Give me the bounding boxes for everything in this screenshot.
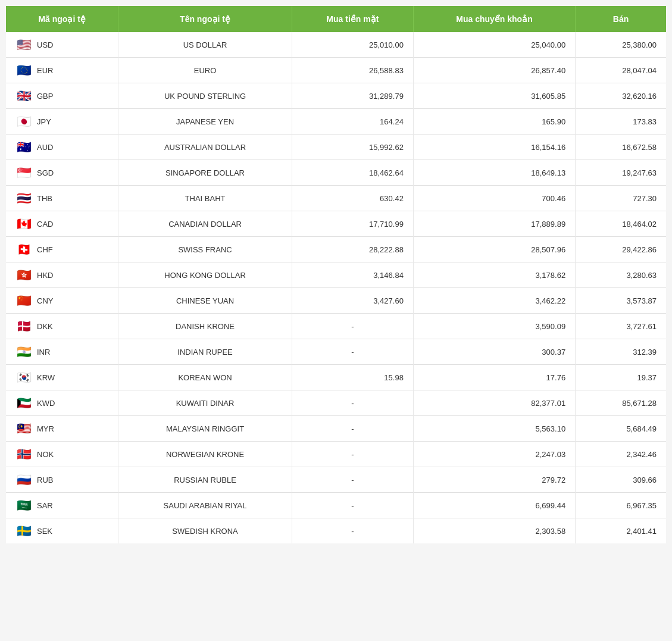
transfer-buy-cell: 3,590.09 xyxy=(413,314,575,339)
col-header-transfer-buy: Mua chuyển khoản xyxy=(413,6,575,32)
currency-code: CAD xyxy=(37,220,53,229)
currency-code: HKD xyxy=(37,271,53,280)
cash-buy-cell: 28,222.88 xyxy=(292,237,413,262)
cash-buy-cell: 15,992.62 xyxy=(292,135,413,160)
transfer-buy-cell: 2,303.58 xyxy=(413,518,575,544)
currency-code-cell: 🇨🇭 CHF xyxy=(6,237,118,262)
cash-buy-cell: 18,462.64 xyxy=(292,160,413,186)
cash-buy-cell: 17,710.99 xyxy=(292,211,413,237)
currency-name-cell: INDIAN RUPEE xyxy=(118,339,292,365)
currency-code-cell: 🇨🇦 CAD xyxy=(6,211,118,237)
currency-code: KWD xyxy=(37,399,55,408)
sell-cell: 309.66 xyxy=(576,467,666,493)
flag-icon: 🇯🇵 xyxy=(15,116,32,127)
currency-name-cell: JAPANESE YEN xyxy=(118,109,292,135)
transfer-buy-cell: 5,563.10 xyxy=(413,416,575,442)
table-row: 🇭🇰 HKD HONG KONG DOLLAR3,146.843,178.623… xyxy=(6,262,666,288)
flag-icon: 🇭🇰 xyxy=(15,270,32,280)
currency-code: CNY xyxy=(37,296,53,305)
transfer-buy-cell: 82,377.01 xyxy=(413,390,575,416)
cash-buy-cell: - xyxy=(292,314,413,339)
currency-code: DKK xyxy=(37,322,53,331)
flag-icon: 🇸🇪 xyxy=(15,526,32,536)
currency-code-cell: 🇰🇼 KWD xyxy=(6,390,118,416)
currency-code-cell: 🇯🇵 JPY xyxy=(6,109,118,135)
cash-buy-cell: 3,146.84 xyxy=(292,262,413,288)
currency-name-cell: RUSSIAN RUBLE xyxy=(118,467,292,493)
sell-cell: 32,620.16 xyxy=(576,83,666,109)
table-row: 🇸🇬 SGD SINGAPORE DOLLAR18,462.6418,649.1… xyxy=(6,160,666,186)
flag-icon: 🇷🇺 xyxy=(15,474,32,485)
currency-code: AUD xyxy=(37,143,53,152)
col-header-cash-buy: Mua tiền mặt xyxy=(292,6,413,32)
currency-name-cell: SINGAPORE DOLLAR xyxy=(118,160,292,186)
sell-cell: 28,047.04 xyxy=(576,58,666,83)
currency-code-cell: 🇸🇬 SGD xyxy=(6,160,118,186)
currency-code: NOK xyxy=(37,450,54,459)
currency-code-cell: 🇳🇴 NOK xyxy=(6,442,118,467)
table-row: 🇮🇳 INR INDIAN RUPEE-300.37312.39 xyxy=(6,339,666,365)
currency-code-cell: 🇭🇰 HKD xyxy=(6,262,118,288)
cash-buy-cell: - xyxy=(292,416,413,442)
sell-cell: 2,401.41 xyxy=(576,518,666,544)
sell-cell: 3,280.63 xyxy=(576,262,666,288)
flag-icon: 🇸🇬 xyxy=(15,167,32,178)
currency-code-cell: 🇦🇺 AUD xyxy=(6,135,118,160)
transfer-buy-cell: 165.90 xyxy=(413,109,575,135)
currency-code: JPY xyxy=(37,117,51,126)
cash-buy-cell: - xyxy=(292,442,413,467)
currency-name-cell: SAUDI ARABIAN RIYAL xyxy=(118,493,292,518)
sell-cell: 18,464.02 xyxy=(576,211,666,237)
transfer-buy-cell: 6,699.44 xyxy=(413,493,575,518)
table-row: 🇲🇾 MYR MALAYSIAN RINGGIT-5,563.105,684.4… xyxy=(6,416,666,442)
currency-code-cell: 🇨🇳 CNY xyxy=(6,288,118,314)
currency-name-cell: CHINESE YUAN xyxy=(118,288,292,314)
currency-name-cell: THAI BAHT xyxy=(118,186,292,211)
currency-code: INR xyxy=(37,348,50,357)
sell-cell: 19.37 xyxy=(576,365,666,390)
cash-buy-cell: 3,427.60 xyxy=(292,288,413,314)
table-row: 🇨🇳 CNY CHINESE YUAN3,427.603,462.223,573… xyxy=(6,288,666,314)
transfer-buy-cell: 279.72 xyxy=(413,467,575,493)
currency-code: THB xyxy=(37,194,52,203)
flag-icon: 🇨🇳 xyxy=(15,295,32,306)
table-row: 🇹🇭 THB THAI BAHT630.42700.46727.30 xyxy=(6,186,666,211)
table-row: 🇰🇼 KWD KUWAITI DINAR-82,377.0185,671.28 xyxy=(6,390,666,416)
cash-buy-cell: 15.98 xyxy=(292,365,413,390)
cash-buy-cell: - xyxy=(292,390,413,416)
currency-code-cell: 🇲🇾 MYR xyxy=(6,416,118,442)
sell-cell: 29,422.86 xyxy=(576,237,666,262)
transfer-buy-cell: 26,857.40 xyxy=(413,58,575,83)
currency-code: EUR xyxy=(37,66,53,75)
cash-buy-cell: - xyxy=(292,467,413,493)
currency-code: SAR xyxy=(37,501,53,510)
transfer-buy-cell: 700.46 xyxy=(413,186,575,211)
table-row: 🇳🇴 NOK NORWEGIAN KRONE-2,247.032,342.46 xyxy=(6,442,666,467)
currency-code-cell: 🇬🇧 GBP xyxy=(6,83,118,109)
currency-code-cell: 🇹🇭 THB xyxy=(6,186,118,211)
cash-buy-cell: 25,010.00 xyxy=(292,32,413,58)
sell-cell: 19,247.63 xyxy=(576,160,666,186)
currency-code-cell: 🇺🇸 USD xyxy=(6,32,118,58)
transfer-buy-cell: 2,247.03 xyxy=(413,442,575,467)
currency-code-cell: 🇸🇪 SEK xyxy=(6,518,118,544)
flag-icon: 🇮🇳 xyxy=(15,346,32,357)
table-row: 🇪🇺 EUR EURO26,588.8326,857.4028,047.04 xyxy=(6,58,666,83)
currency-name-cell: AUSTRALIAN DOLLAR xyxy=(118,135,292,160)
sell-cell: 173.83 xyxy=(576,109,666,135)
transfer-buy-cell: 28,507.96 xyxy=(413,237,575,262)
table-row: 🇺🇸 USD US DOLLAR25,010.0025,040.0025,380… xyxy=(6,32,666,58)
sell-cell: 25,380.00 xyxy=(576,32,666,58)
sell-cell: 5,684.49 xyxy=(576,416,666,442)
transfer-buy-cell: 18,649.13 xyxy=(413,160,575,186)
table-row: 🇬🇧 GBP UK POUND STERLING31,289.7931,605.… xyxy=(6,83,666,109)
flag-icon: 🇹🇭 xyxy=(15,193,32,204)
currency-code: KRW xyxy=(37,373,55,382)
sell-cell: 727.30 xyxy=(576,186,666,211)
currency-name-cell: EURO xyxy=(118,58,292,83)
sell-cell: 312.39 xyxy=(576,339,666,365)
currency-name-cell: KOREAN WON xyxy=(118,365,292,390)
flag-icon: 🇲🇾 xyxy=(15,423,32,434)
transfer-buy-cell: 17.76 xyxy=(413,365,575,390)
transfer-buy-cell: 16,154.16 xyxy=(413,135,575,160)
